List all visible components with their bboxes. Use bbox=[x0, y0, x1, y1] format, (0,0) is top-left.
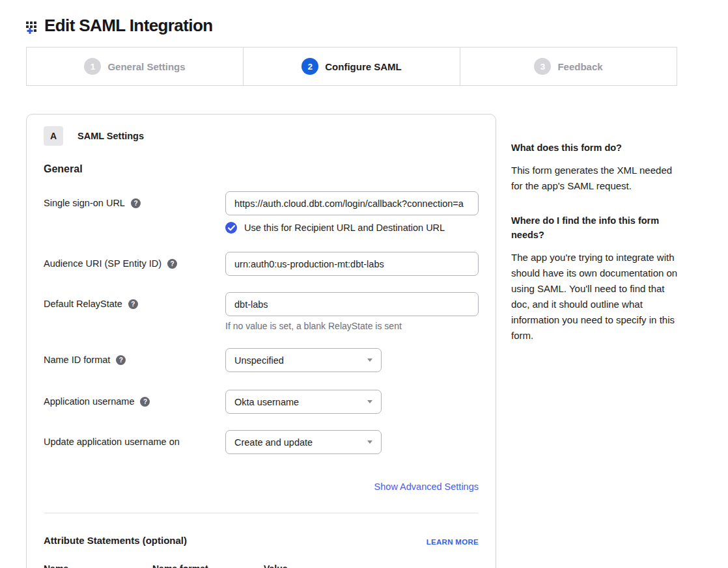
relay-state-row: Default RelayState ? bbox=[44, 292, 479, 316]
application-username-label-group: Application username ? bbox=[44, 390, 225, 407]
help-heading-where: Where do I find the info this form needs… bbox=[511, 213, 682, 242]
main-content: A SAML Settings General Single sign-on U… bbox=[26, 114, 728, 568]
recipient-url-checkbox-label: Use this for Recipient URL and Destinati… bbox=[244, 223, 445, 233]
step-general-settings[interactable]: 1 General Settings bbox=[27, 47, 244, 85]
general-section-heading: General bbox=[44, 163, 479, 175]
section-a-badge: A bbox=[44, 126, 63, 146]
help-icon[interactable]: ? bbox=[128, 299, 138, 309]
learn-more-link[interactable]: LEARN MORE bbox=[427, 538, 479, 546]
help-icon[interactable]: ? bbox=[116, 355, 126, 365]
help-panel: What does this form do? This form genera… bbox=[511, 114, 682, 363]
help-heading-what: What does this form do? bbox=[511, 141, 682, 155]
advanced-settings-row: Show Advanced Settings bbox=[44, 481, 479, 493]
help-body-where: The app you're trying to integrate with … bbox=[511, 250, 682, 344]
column-header-name-format: Name format bbox=[152, 563, 264, 568]
sso-url-label-group: Single sign-on URL ? bbox=[44, 191, 225, 208]
application-username-select[interactable]: Okta username bbox=[225, 390, 382, 414]
update-username-value: Create and update bbox=[234, 437, 313, 448]
chevron-down-icon bbox=[367, 440, 372, 444]
update-username-label: Update application username on bbox=[44, 437, 180, 447]
help-body-what: This form generates the XML needed for t… bbox=[511, 163, 682, 194]
help-icon[interactable]: ? bbox=[167, 259, 177, 269]
grid-plus-icon bbox=[25, 17, 42, 34]
step-1-label: General Settings bbox=[107, 61, 185, 72]
help-icon[interactable]: ? bbox=[131, 198, 141, 208]
chevron-down-icon bbox=[367, 358, 372, 362]
help-icon[interactable]: ? bbox=[140, 397, 150, 407]
saml-settings-card: A SAML Settings General Single sign-on U… bbox=[26, 114, 496, 568]
page-title: Edit SAML Integration bbox=[44, 16, 212, 36]
column-header-value: Value bbox=[264, 563, 479, 568]
update-username-select[interactable]: Create and update bbox=[225, 430, 382, 454]
audience-uri-label-group: Audience URI (SP Entity ID) ? bbox=[44, 252, 225, 269]
card-title: SAML Settings bbox=[77, 131, 144, 141]
edit-saml-integration-page: Edit SAML Integration 1 General Settings… bbox=[0, 0, 728, 568]
relay-state-input[interactable] bbox=[225, 292, 479, 316]
card-header: A SAML Settings bbox=[44, 126, 479, 146]
update-username-label-group: Update application username on bbox=[44, 430, 225, 447]
application-username-row: Application username ? Okta username bbox=[44, 390, 479, 414]
application-username-label: Application username bbox=[44, 396, 134, 407]
wizard-steps: 1 General Settings 2 Configure SAML 3 Fe… bbox=[26, 47, 677, 86]
section-divider bbox=[44, 513, 479, 513]
recipient-url-checkbox-row: Use this for Recipient URL and Destinati… bbox=[225, 222, 479, 234]
attribute-statements-column-headers: Name Name format Value bbox=[44, 563, 479, 568]
relay-state-label: Default RelayState bbox=[44, 299, 122, 309]
application-username-value: Okta username bbox=[234, 397, 299, 407]
chevron-down-icon bbox=[367, 400, 372, 403]
step-3-label: Feedback bbox=[557, 61, 602, 72]
audience-uri-label: Audience URI (SP Entity ID) bbox=[44, 258, 161, 269]
step-1-number: 1 bbox=[84, 58, 101, 75]
sso-url-label: Single sign-on URL bbox=[44, 198, 125, 208]
step-2-label: Configure SAML bbox=[325, 61, 402, 72]
audience-uri-input[interactable] bbox=[225, 252, 479, 276]
step-3-number: 3 bbox=[534, 58, 551, 75]
attribute-statements-title: Attribute Statements (optional) bbox=[44, 535, 187, 546]
name-id-format-label: Name ID format bbox=[44, 355, 110, 365]
page-header: Edit SAML Integration bbox=[0, 0, 728, 36]
name-id-format-label-group: Name ID format ? bbox=[44, 348, 225, 365]
attribute-statements-header: Attribute Statements (optional) LEARN MO… bbox=[44, 535, 479, 546]
name-id-format-value: Unspecified bbox=[234, 355, 284, 366]
audience-uri-row: Audience URI (SP Entity ID) ? bbox=[44, 252, 479, 276]
sso-url-row: Single sign-on URL ? bbox=[44, 191, 479, 215]
step-2-number: 2 bbox=[301, 58, 318, 75]
show-advanced-settings-link[interactable]: Show Advanced Settings bbox=[374, 481, 479, 492]
relay-state-label-group: Default RelayState ? bbox=[44, 292, 225, 309]
recipient-url-checkbox[interactable] bbox=[225, 222, 237, 234]
relay-state-helper-text: If no value is set, a blank RelayState i… bbox=[225, 321, 479, 331]
name-id-format-select[interactable]: Unspecified bbox=[225, 348, 382, 372]
name-id-format-row: Name ID format ? Unspecified bbox=[44, 348, 479, 372]
sso-url-input[interactable] bbox=[225, 191, 479, 215]
step-configure-saml[interactable]: 2 Configure SAML bbox=[244, 47, 460, 85]
column-header-name: Name bbox=[44, 563, 152, 568]
step-feedback[interactable]: 3 Feedback bbox=[460, 47, 677, 85]
update-username-row: Update application username on Create an… bbox=[44, 430, 479, 454]
